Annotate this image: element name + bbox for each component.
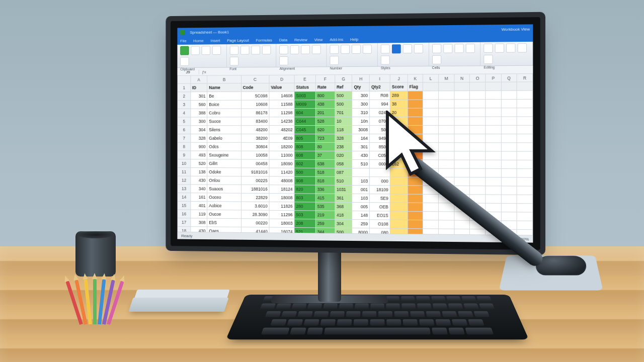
keyboard-key[interactable]: [446, 296, 461, 302]
row-header[interactable]: 11: [178, 167, 191, 176]
row-header[interactable]: 15: [178, 201, 191, 210]
ribbon-button[interactable]: [381, 55, 390, 64]
cell[interactable]: [470, 117, 486, 125]
cell[interactable]: [517, 151, 533, 160]
ribbon-button[interactable]: [280, 45, 289, 54]
cell[interactable]: 18090: [269, 159, 294, 168]
cell[interactable]: 415: [315, 194, 335, 202]
cell[interactable]: 304: [190, 126, 207, 134]
column-header[interactable]: M: [439, 74, 454, 82]
cell[interactable]: Suaoos: [207, 185, 241, 193]
keyboard-key[interactable]: [386, 303, 400, 309]
menu-item[interactable]: Home: [193, 38, 204, 43]
keyboard-key[interactable]: [452, 319, 468, 326]
cell[interactable]: 00225: [241, 176, 269, 185]
cell[interactable]: 528: [315, 117, 335, 126]
keyboard-key[interactable]: [465, 328, 494, 335]
cell[interactable]: C044: [294, 117, 315, 126]
column-header[interactable]: O: [470, 74, 486, 82]
cell[interactable]: 103: [352, 194, 370, 202]
cell[interactable]: [501, 168, 517, 177]
ribbon-button[interactable]: [484, 44, 493, 53]
cell[interactable]: [423, 212, 439, 220]
header-cell[interactable]: [501, 82, 517, 90]
row-header[interactable]: 9: [178, 151, 191, 159]
cell[interactable]: 289: [390, 91, 408, 100]
cell[interactable]: 18124: [269, 185, 294, 194]
cell[interactable]: 388: [190, 109, 207, 117]
cell[interactable]: 328: [190, 134, 207, 142]
ribbon-button[interactable]: [392, 44, 401, 53]
row-header[interactable]: 14: [178, 193, 191, 202]
menu-item[interactable]: Review: [294, 37, 307, 42]
cell[interactable]: 138: [190, 167, 207, 176]
ribbon-button[interactable]: [280, 56, 289, 65]
column-header[interactable]: P: [486, 74, 501, 82]
header-cell[interactable]: Rate: [315, 83, 335, 92]
cell[interactable]: OEB: [369, 203, 390, 211]
ribbon-button[interactable]: [180, 46, 189, 55]
row-header[interactable]: 3: [178, 101, 191, 109]
cell[interactable]: [470, 186, 486, 195]
cell[interactable]: 520: [190, 159, 207, 168]
cell[interactable]: 238: [335, 142, 352, 151]
cell[interactable]: 18008: [269, 194, 294, 202]
cell[interactable]: [517, 160, 533, 168]
cell[interactable]: 087: [335, 168, 352, 176]
keyboard-key[interactable]: [416, 296, 430, 302]
cell[interactable]: [486, 134, 501, 143]
cell[interactable]: 5C098: [241, 92, 269, 100]
keyboard-key[interactable]: [362, 311, 376, 318]
cell[interactable]: [486, 143, 501, 151]
cell[interactable]: 500: [294, 168, 315, 176]
cell[interactable]: [501, 177, 517, 186]
cell[interactable]: [486, 186, 501, 195]
cell[interactable]: 361: [335, 194, 352, 202]
cell[interactable]: 38200: [241, 134, 269, 142]
cell[interactable]: [517, 90, 533, 99]
header-cell[interactable]: [470, 82, 486, 90]
cell[interactable]: 9181016: [241, 168, 269, 176]
cell[interactable]: 259: [315, 219, 335, 228]
cell[interactable]: [517, 99, 533, 108]
ribbon-button[interactable]: [363, 45, 372, 54]
header-cell[interactable]: Status: [294, 83, 315, 92]
cell[interactable]: [486, 125, 501, 134]
cell[interactable]: 11420: [269, 168, 294, 176]
keyboard-key[interactable]: [307, 328, 323, 335]
cell[interactable]: [470, 125, 486, 134]
keyboard-key[interactable]: [431, 296, 446, 302]
menu-item[interactable]: Data: [279, 38, 288, 42]
cell[interactable]: 308: [190, 218, 207, 227]
cell[interactable]: [470, 134, 486, 143]
cell[interactable]: 500: [335, 100, 352, 109]
cell[interactable]: 10n: [352, 117, 370, 125]
cell[interactable]: Gabelo: [207, 134, 241, 142]
cell[interactable]: [454, 125, 470, 134]
ribbon-button[interactable]: [518, 43, 527, 52]
cell[interactable]: [517, 204, 533, 212]
cell[interactable]: 14608: [269, 92, 294, 100]
mouse[interactable]: [535, 256, 587, 276]
cell[interactable]: [408, 220, 423, 228]
cell[interactable]: 340: [190, 185, 207, 193]
keyboard-key[interactable]: [303, 319, 319, 326]
row-header[interactable]: 1: [178, 83, 191, 92]
header-cell[interactable]: [439, 82, 454, 91]
keyboard-key[interactable]: [270, 319, 287, 326]
cell[interactable]: 00458: [241, 159, 269, 168]
cell[interactable]: [486, 117, 501, 125]
keyboard-key[interactable]: [394, 311, 409, 318]
keyboard-key[interactable]: [261, 328, 290, 335]
cell[interactable]: 994: [369, 100, 390, 108]
cell[interactable]: [408, 211, 423, 220]
cell[interactable]: [423, 100, 439, 108]
cell[interactable]: 510: [352, 159, 370, 168]
cell[interactable]: 48202: [269, 126, 294, 134]
cell[interactable]: [390, 186, 408, 194]
cell[interactable]: [517, 177, 533, 186]
cell[interactable]: 818: [315, 176, 335, 185]
cell[interactable]: C045: [294, 126, 315, 134]
cell[interactable]: [517, 134, 533, 143]
cell[interactable]: [470, 151, 486, 160]
